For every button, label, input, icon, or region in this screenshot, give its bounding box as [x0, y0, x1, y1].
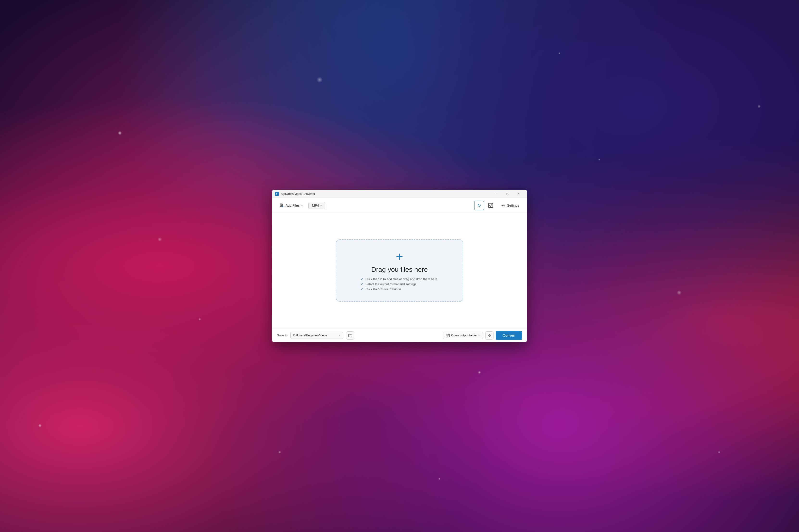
instruction-text-3: Click the "Convert" button.: [365, 287, 402, 291]
refresh-button[interactable]: ↻: [474, 201, 484, 210]
instruction-text-2: Select the output format and settings.: [365, 282, 417, 286]
open-output-chevron-icon: ▾: [478, 334, 480, 337]
plus-icon: +: [396, 250, 403, 263]
file-add-icon: [280, 204, 284, 207]
footer-right: Open output folder ▾ Convert: [443, 331, 522, 340]
svg-rect-16: [490, 336, 491, 337]
window-title: SoftOrbits Video Converter: [281, 192, 491, 195]
format-label: MP4: [312, 204, 319, 207]
instruction-item-3: ✓ Click the "Convert" button.: [361, 287, 438, 291]
toolbar-left: Add Files ▾ MP4 ▾: [277, 202, 471, 209]
settings-gear-icon: [501, 204, 505, 207]
main-content: + Drag you files here ✓ Click the "+" to…: [272, 213, 527, 328]
add-files-button[interactable]: Add Files ▾: [277, 202, 305, 209]
settings-button[interactable]: Settings: [498, 202, 522, 209]
open-output-label: Open output folder: [451, 334, 477, 337]
app-window: SoftOrbits Video Converter — □ ✕ Add Fil…: [272, 190, 527, 342]
app-icon: [275, 192, 279, 196]
save-path-chevron-icon: ▾: [339, 334, 340, 337]
instruction-item-2: ✓ Select the output format and settings.: [361, 282, 438, 286]
footer: Save to C:\Users\Eugene\Videos ▾ Open: [272, 328, 527, 342]
svg-rect-15: [488, 336, 489, 337]
svg-point-6: [503, 205, 504, 206]
format-select-button[interactable]: MP4 ▾: [309, 202, 325, 209]
folder-open-icon: [348, 333, 352, 338]
calendar-icon: [446, 334, 450, 337]
save-path-text: C:\Users\Eugene\Videos: [293, 334, 338, 337]
grid-icon: [487, 334, 491, 337]
svg-rect-0: [280, 204, 282, 207]
svg-rect-14: [490, 334, 491, 335]
toolbar-center: ↻: [474, 201, 496, 210]
toolbar-right: Settings: [498, 202, 522, 209]
settings-label: Settings: [507, 204, 519, 207]
title-bar-controls: — □ ✕: [491, 190, 524, 198]
save-path-select[interactable]: C:\Users\Eugene\Videos ▾: [290, 332, 343, 339]
svg-rect-13: [488, 334, 489, 335]
title-bar: SoftOrbits Video Converter — □ ✕: [272, 190, 527, 198]
close-button[interactable]: ✕: [513, 190, 524, 198]
instruction-text-1: Click the "+" to add files or drag and d…: [365, 277, 438, 281]
convert-button[interactable]: Convert: [496, 331, 522, 340]
open-output-folder-button[interactable]: Open output folder ▾: [443, 332, 483, 339]
add-files-chevron-icon: ▾: [301, 204, 303, 207]
maximize-button[interactable]: □: [502, 190, 513, 198]
drop-zone[interactable]: + Drag you files here ✓ Click the "+" to…: [336, 239, 463, 302]
svg-rect-5: [488, 203, 493, 208]
instruction-item-1: ✓ Click the "+" to add files or drag and…: [361, 277, 438, 281]
minimize-button[interactable]: —: [491, 190, 502, 198]
convert-label: Convert: [503, 333, 515, 337]
checkmark-icon: [488, 203, 493, 208]
toolbar: Add Files ▾ MP4 ▾ ↻: [272, 198, 527, 213]
check-mark-icon-3: ✓: [361, 287, 364, 291]
browse-folder-button[interactable]: [346, 331, 354, 340]
format-chevron-icon: ▾: [320, 204, 322, 207]
grid-view-button[interactable]: [485, 331, 494, 340]
save-to-label: Save to: [277, 334, 287, 337]
refresh-icon: ↻: [477, 203, 481, 208]
drop-zone-title: Drag you files here: [371, 266, 428, 273]
drop-instructions: ✓ Click the "+" to add files or drag and…: [361, 277, 438, 291]
check-mark-icon-2: ✓: [361, 282, 364, 286]
check-button[interactable]: [486, 201, 496, 210]
add-files-label: Add Files: [285, 204, 299, 207]
check-mark-icon-1: ✓: [361, 277, 364, 281]
